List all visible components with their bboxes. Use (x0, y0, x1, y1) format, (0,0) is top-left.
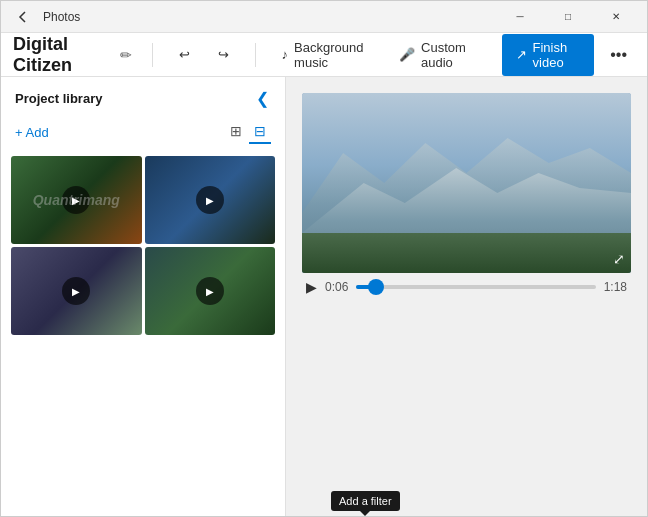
edit-title-button[interactable]: ✏ (116, 43, 136, 67)
panel-header: Project library ❮ (1, 77, 285, 116)
play-icon: ▶ (196, 186, 224, 214)
video-frame: ⤢ (302, 93, 631, 273)
undo-button[interactable]: ↩ (169, 43, 200, 66)
minimize-button[interactable]: ─ (497, 1, 543, 33)
background-music-label: Background music (294, 40, 371, 70)
music-icon: ♪ (282, 47, 289, 62)
media-item[interactable]: ▶ Quantrimang (11, 156, 142, 244)
undo-icon: ↩ (179, 47, 190, 62)
collapse-panel-button[interactable]: ❮ (254, 87, 271, 110)
panel-title: Project library (15, 91, 102, 106)
expand-button[interactable]: ⤢ (613, 251, 625, 267)
play-button[interactable]: ▶ (306, 279, 317, 295)
finish-label: Finish video (533, 40, 581, 70)
play-icon: ▶ (196, 277, 224, 305)
add-icon: + Add (15, 125, 49, 140)
toolbar-divider (152, 43, 153, 67)
grid-view-button[interactable]: ⊞ (225, 120, 247, 144)
media-item[interactable]: ▶ (145, 156, 276, 244)
back-icon[interactable] (9, 3, 37, 31)
audio-icon: 🎤 (399, 47, 415, 62)
svg-rect-3 (302, 233, 631, 273)
window-controls: ─ □ ✕ (497, 1, 639, 33)
total-time: 1:18 (604, 280, 627, 294)
app-toolbar: Digital Citizen ✏ ↩ ↪ ♪ Background music… (1, 33, 647, 77)
view-toggle: ⊞ ⊟ (225, 120, 271, 144)
toolbar-divider-2 (255, 43, 256, 67)
current-time: 0:06 (325, 280, 348, 294)
video-controls: ▶ 0:06 1:18 (302, 273, 631, 301)
maximize-button[interactable]: □ (545, 1, 591, 33)
tooltip-text: Add a filter (339, 495, 392, 507)
app-title: Photos (43, 10, 497, 24)
left-panel: Project library ❮ + Add ⊞ ⊟ ▶ Quantriman… (1, 77, 286, 517)
finish-video-button[interactable]: ↗ Finish video (502, 34, 595, 76)
custom-audio-button[interactable]: 🎤 Custom audio (389, 36, 486, 74)
main-content: Project library ❮ + Add ⊞ ⊟ ▶ Quantriman… (1, 77, 647, 517)
timeline-thumb[interactable] (368, 279, 384, 295)
redo-icon: ↪ (218, 47, 229, 62)
redo-button[interactable]: ↪ (208, 43, 239, 66)
project-title: Digital Citizen (13, 34, 102, 76)
more-options-button[interactable]: ••• (602, 42, 635, 68)
play-icon: ▶ (62, 277, 90, 305)
finish-icon: ↗ (516, 47, 527, 62)
media-item[interactable]: ▶ (145, 247, 276, 335)
timeline-bar[interactable] (356, 285, 595, 289)
custom-audio-label: Custom audio (421, 40, 476, 70)
title-bar: Photos ─ □ ✕ (1, 1, 647, 33)
video-preview: ⤢ (302, 93, 631, 273)
tooltip: Add a filter (331, 491, 400, 511)
background-music-button[interactable]: ♪ Background music (272, 36, 381, 74)
right-panel: ⤢ ▶ 0:06 1:18 (286, 77, 647, 517)
close-button[interactable]: ✕ (593, 1, 639, 33)
media-item[interactable]: ▶ (11, 247, 142, 335)
play-icon: ▶ (62, 186, 90, 214)
list-view-button[interactable]: ⊟ (249, 120, 271, 144)
media-grid: ▶ Quantrimang ▶ ▶ ▶ (1, 152, 285, 339)
panel-toolbar: + Add ⊞ ⊟ (1, 116, 285, 152)
add-media-button[interactable]: + Add (15, 125, 49, 140)
